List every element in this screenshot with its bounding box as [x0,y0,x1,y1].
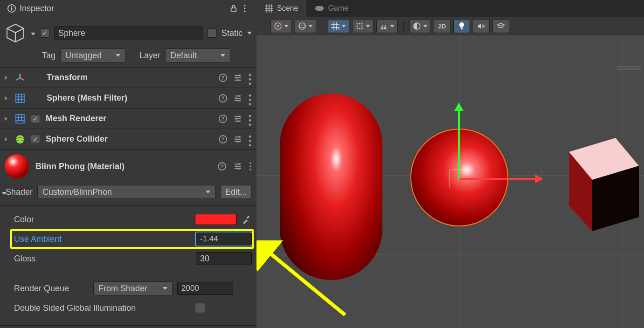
property-dsgi: Double Sided Global Illumination [14,300,252,316]
svg-point-96 [361,26,363,27]
chevron-down-icon [116,54,120,57]
viewport-drag-handle[interactable] [617,66,641,70]
scene-object-cube[interactable] [536,129,644,236]
2d-toggle[interactable]: 2D [434,19,450,33]
fold-icon[interactable] [5,75,9,80]
fold-icon[interactable] [5,137,9,142]
kebab-menu-icon[interactable] [243,4,252,13]
gizmo-x-axis[interactable] [459,178,536,180]
preset-icon[interactable] [233,135,242,144]
shader-value: Custom/BlinnPhon [42,187,112,197]
increment-snap-toggle[interactable] [376,19,398,33]
svg-point-59 [235,138,237,140]
svg-point-86 [303,27,305,29]
help-icon[interactable]: ? [217,162,227,171]
lighting-toggle[interactable] [453,19,470,33]
svg-point-28 [238,95,240,97]
component-enable-checkbox[interactable]: ✓ [31,114,40,123]
use-ambient-label[interactable]: Use Ambient [14,234,191,244]
material-fold-icon[interactable] [0,187,6,205]
kebab-menu-icon[interactable] [248,114,252,123]
gameobject-active-checkbox[interactable]: ✓ [40,28,49,38]
tag-dropdown[interactable]: Untagged [60,48,125,62]
svg-point-73 [249,165,251,167]
tab-game[interactable]: Game [306,0,357,17]
svg-rect-18 [16,94,24,102]
svg-point-61 [249,135,251,137]
render-queue-input[interactable] [177,282,233,295]
static-dropdown[interactable] [247,32,252,34]
scene-viewport[interactable] [256,35,644,328]
component-mesh-filter[interactable]: Sphere (Mesh Filter) ? [0,88,256,109]
eyedropper-icon[interactable] [242,214,252,225]
svg-rect-3 [231,8,236,12]
render-queue-mode: From Shader [98,284,147,294]
preset-icon[interactable] [233,73,242,82]
gloss-label[interactable]: Gloss [14,254,191,264]
preset-icon[interactable] [233,114,242,123]
shader-edit-button[interactable]: Edit... [220,185,252,199]
svg-point-46 [235,118,237,120]
fold-icon[interactable] [5,116,9,121]
svg-point-17 [249,82,251,85]
svg-point-69 [238,163,240,165]
svg-point-48 [249,115,251,117]
tag-label: Tag [42,51,55,61]
audio-toggle[interactable] [473,19,490,33]
svg-rect-107 [461,28,463,29]
component-sphere-collider[interactable]: ✓ Sphere Collider ? [0,129,256,150]
dsgi-checkbox[interactable] [195,303,205,313]
tab-scene[interactable]: Scene [256,0,306,17]
shading-mode-dropdown[interactable] [409,19,431,33]
inspector-tab[interactable]: Inspector [0,0,62,17]
tag-layer-row: Tag Untagged Layer Default [0,47,256,67]
material-title: Blinn Phong (Material) [35,162,211,171]
fx-toggle[interactable] [492,19,509,33]
tab-game-label: Game [328,4,348,13]
kebab-menu-icon[interactable] [248,73,252,82]
kebab-menu-icon[interactable] [249,162,252,171]
component-enable-checkbox[interactable]: ✓ [31,135,40,144]
svg-point-70 [235,165,237,167]
render-queue-label: Render Queue [14,284,89,294]
component-transform[interactable]: Transform ? [0,68,256,88]
gloss-field[interactable]: 30 [196,252,252,265]
help-icon[interactable]: ? [218,114,228,123]
info-icon [7,4,16,13]
2d3d-mode-dropdown[interactable] [295,19,316,33]
dsgi-label: Double Sided Global Illumination [14,303,190,313]
svg-text:?: ? [222,75,225,81]
tab-scene-label: Scene [277,4,298,13]
2d-label: 2D [438,23,446,30]
preset-icon[interactable] [233,162,242,171]
use-ambient-input[interactable] [196,232,252,246]
kebab-menu-icon[interactable] [248,94,252,103]
gizmo-center-handle[interactable] [450,170,468,188]
shader-dropdown[interactable]: Custom/BlinnPhon [37,185,215,199]
svg-text:?: ? [222,116,225,122]
component-title: Mesh Renderer [46,114,213,123]
shader-label: Shader [6,187,33,197]
material-header[interactable]: Blinn Phong (Material) ? [0,150,256,183]
help-icon[interactable]: ? [218,135,228,144]
gameobject-icon-dropdown[interactable] [31,33,35,35]
help-icon[interactable]: ? [218,94,228,103]
kebab-menu-icon[interactable] [248,135,252,144]
snap-toggle[interactable] [352,19,374,33]
draw-mode-dropdown[interactable] [270,19,292,33]
layer-dropdown[interactable]: Default [165,48,230,62]
help-icon[interactable]: ? [218,73,228,82]
svg-point-31 [249,94,251,96]
grid-toggle[interactable]: Y [328,19,349,33]
gameobject-name-input[interactable] [54,26,203,40]
static-checkbox[interactable] [208,28,217,38]
lock-icon[interactable] [229,4,238,13]
color-swatch[interactable] [195,214,237,225]
preset-icon[interactable] [233,94,242,103]
svg-point-12 [238,75,240,76]
fold-icon[interactable] [5,96,9,101]
render-queue-mode-dropdown[interactable]: From Shader [93,281,173,295]
scene-object-capsule[interactable] [280,94,382,280]
property-color: Color [14,212,252,227]
component-mesh-renderer[interactable]: ✓ Mesh Renderer ? [0,109,256,129]
